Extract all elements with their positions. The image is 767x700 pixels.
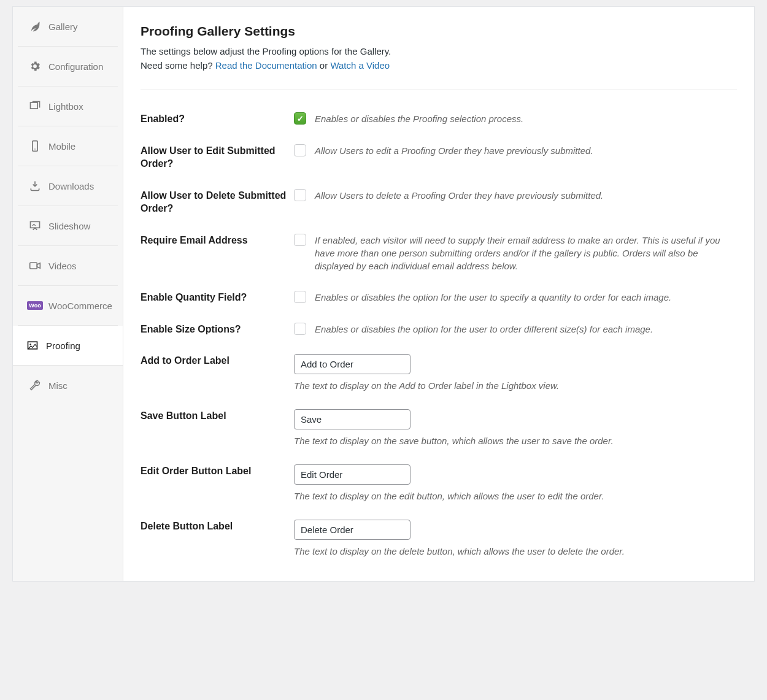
sidebar-item-label: Mobile [48, 141, 75, 152]
enable-size-checkbox[interactable] [294, 323, 306, 335]
field-enabled: Enabled? Enables or disables the Proofin… [141, 94, 737, 126]
sidebar-item-woocommerce[interactable]: Woo WooCommerce [18, 286, 118, 326]
field-label: Require Email Address [141, 234, 294, 247]
wrench-icon [29, 379, 41, 391]
sidebar-item-label: Gallery [48, 21, 78, 32]
field-label: Enabled? [141, 112, 294, 126]
field-allow-delete: Allow User to Delete Submitted Order? Al… [141, 171, 737, 215]
sidebar-item-label: Configuration [48, 61, 103, 72]
field-save-button-label: Save Button Label The text to display on… [141, 391, 737, 446]
field-desc: The text to display on the save button, … [294, 436, 737, 446]
sidebar-item-label: Misc [48, 380, 67, 391]
download-icon [29, 180, 41, 192]
field-label: Edit Order Button Label [141, 464, 294, 478]
field-enable-size: Enable Size Options? Enables or disables… [141, 304, 737, 336]
subtitle-or: or [317, 60, 331, 71]
video-link[interactable]: Watch a Video [330, 60, 390, 71]
sidebar-item-label: Slideshow [48, 221, 90, 231]
field-desc: The text to display on the delete button… [294, 546, 737, 556]
sidebar-item-label: WooCommerce [48, 301, 112, 311]
image-check-icon [26, 339, 39, 352]
field-label: Add to Order Label [141, 354, 294, 367]
page-subtitle: The settings below adjust the Proofing o… [141, 45, 737, 72]
field-desc: The text to display on the Add to Order … [294, 380, 737, 391]
field-desc: If enabled, each visitor will need to su… [315, 234, 737, 272]
svg-rect-3 [30, 263, 37, 269]
field-edit-button-label: Edit Order Button Label The text to disp… [141, 446, 737, 501]
field-enable-qty: Enable Quantity Field? Enables or disabl… [141, 272, 737, 304]
delete-label-input[interactable] [294, 520, 410, 540]
sidebar-item-proofing[interactable]: Proofing [13, 326, 123, 366]
fields-list: Enabled? Enables or disables the Proofin… [141, 94, 737, 556]
video-icon [29, 260, 41, 272]
add-to-order-input[interactable] [294, 354, 410, 374]
require-email-checkbox[interactable] [294, 234, 306, 246]
gear-icon [29, 60, 41, 72]
sidebar-item-label: Proofing [46, 340, 80, 351]
sidebar-item-gallery[interactable]: Gallery [18, 7, 118, 47]
sidebar-item-slideshow[interactable]: Slideshow [18, 206, 118, 246]
field-allow-edit: Allow User to Edit Submitted Order? Allo… [141, 126, 737, 171]
subtitle-pre: Need some help? [141, 60, 215, 71]
sidebar-item-videos[interactable]: Videos [18, 246, 118, 286]
sidebar-item-label: Downloads [48, 181, 94, 191]
field-label: Enable Size Options? [141, 323, 294, 336]
leaf-icon [29, 20, 41, 33]
presentation-icon [29, 220, 41, 232]
allow-edit-checkbox[interactable] [294, 144, 306, 156]
field-label: Save Button Label [141, 409, 294, 423]
settings-panel: Gallery Configuration Lightbox Mobile Do… [12, 6, 755, 582]
field-desc: The text to display on the edit button, … [294, 491, 737, 501]
field-desc: Enables or disables the option for the u… [315, 291, 671, 304]
allow-delete-checkbox[interactable] [294, 189, 306, 201]
mobile-icon [29, 140, 41, 152]
sidebar-item-downloads[interactable]: Downloads [18, 166, 118, 206]
sidebar-item-label: Lightbox [48, 101, 83, 112]
field-desc: Enables or disables the option for the u… [315, 323, 653, 336]
svg-point-5 [29, 344, 31, 345]
divider [141, 90, 737, 90]
field-label: Allow User to Delete Submitted Order? [141, 189, 294, 215]
field-require-email: Require Email Address If enabled, each v… [141, 215, 737, 272]
svg-point-1 [34, 148, 36, 150]
field-label: Enable Quantity Field? [141, 291, 294, 304]
settings-content: Proofing Gallery Settings The settings b… [123, 7, 754, 581]
save-label-input[interactable] [294, 409, 410, 429]
sidebar-item-lightbox[interactable]: Lightbox [18, 87, 118, 126]
sidebar-item-label: Videos [48, 261, 77, 271]
sidebar-item-mobile[interactable]: Mobile [18, 126, 118, 166]
docs-link[interactable]: Read the Documentation [215, 60, 317, 71]
enabled-checkbox[interactable] [294, 112, 306, 125]
woocommerce-icon: Woo [29, 299, 41, 312]
subtitle-line1: The settings below adjust the Proofing o… [141, 46, 391, 56]
field-desc: Allow Users to delete a Proofing Order t… [315, 189, 603, 202]
field-label: Allow User to Edit Submitted Order? [141, 144, 294, 171]
page-title: Proofing Gallery Settings [141, 24, 737, 39]
enable-qty-checkbox[interactable] [294, 291, 306, 303]
edit-label-input[interactable] [294, 464, 410, 485]
settings-sidebar: Gallery Configuration Lightbox Mobile Do… [13, 7, 123, 581]
layers-icon [29, 100, 41, 112]
field-delete-button-label: Delete Button Label The text to display … [141, 501, 737, 556]
sidebar-item-configuration[interactable]: Configuration [18, 47, 118, 87]
field-label: Delete Button Label [141, 520, 294, 533]
field-add-to-order-label: Add to Order Label The text to display o… [141, 336, 737, 391]
field-desc: Allow Users to edit a Proofing Order the… [315, 144, 593, 157]
field-desc: Enables or disables the Proofing selecti… [315, 112, 523, 125]
sidebar-item-misc[interactable]: Misc [18, 366, 118, 405]
